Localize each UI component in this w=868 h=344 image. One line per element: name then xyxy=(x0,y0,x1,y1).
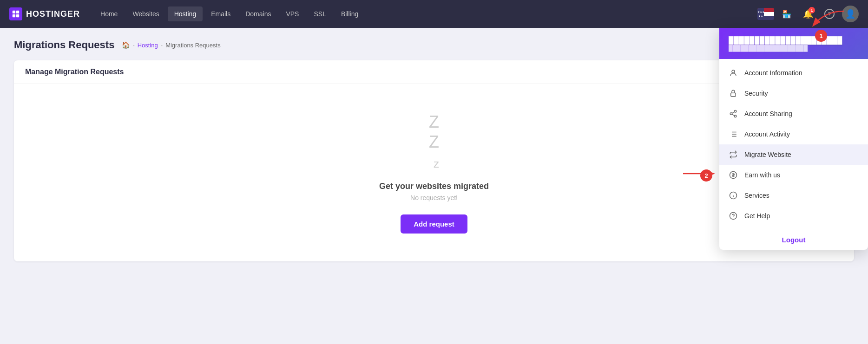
dollar-icon xyxy=(729,170,738,180)
help-icon: ? xyxy=(824,9,835,19)
help-btn[interactable]: ? xyxy=(821,5,838,23)
menu-item-services[interactable]: Services xyxy=(719,185,868,206)
language-selector[interactable]: ★★★ ★★ xyxy=(757,8,774,20)
svg-rect-3 xyxy=(16,14,19,17)
notification-count: 1 xyxy=(809,7,815,13)
menu-label-account-activity: Account Activity xyxy=(744,130,790,138)
menu-label-account-sharing: Account Sharing xyxy=(744,110,792,117)
menu-item-account-sharing[interactable]: Account Sharing xyxy=(719,104,868,124)
annotation-badge-2: 2 xyxy=(700,169,712,182)
dropdown-menu: Account Information Security Account Sha… xyxy=(719,59,868,230)
add-request-button[interactable]: Add request xyxy=(401,214,467,234)
user-icon: 👤 xyxy=(845,9,855,19)
page-title: Migrations Requests xyxy=(14,39,114,51)
nav-link-emails[interactable]: Emails xyxy=(204,6,237,21)
breadcrumb-home-icon[interactable]: 🏠 xyxy=(122,41,130,49)
menu-label-account-information: Account Information xyxy=(744,69,802,77)
svg-point-6 xyxy=(734,110,736,113)
svg-point-8 xyxy=(734,115,736,117)
logo-box xyxy=(9,7,22,20)
user-avatar-btn[interactable]: 👤 xyxy=(842,6,859,22)
svg-point-7 xyxy=(730,113,732,115)
dropdown-header: ██████████████████████ █████████████████… xyxy=(719,28,868,59)
menu-label-services: Services xyxy=(744,192,769,199)
nav-link-vps[interactable]: VPS xyxy=(279,6,305,21)
store-icon: 🏪 xyxy=(782,10,791,19)
user-dropdown-panel: ██████████████████████ █████████████████… xyxy=(719,28,868,250)
nav-link-hosting[interactable]: Hosting xyxy=(168,6,203,21)
svg-rect-1 xyxy=(16,11,19,13)
store-icon-btn[interactable]: 🏪 xyxy=(778,5,796,23)
navbar: HOSTINGER HomeWebsitesHostingEmailsDomai… xyxy=(0,0,868,28)
breadcrumb-sep-2: - xyxy=(161,42,163,49)
menu-label-migrate-website: Migrate Website xyxy=(744,151,791,158)
person-icon xyxy=(729,68,738,78)
menu-label-earn-with-us: Earn with us xyxy=(744,171,780,179)
breadcrumb: 🏠 - Hosting - Migrations Requests xyxy=(122,41,220,49)
nav-links: HomeWebsitesHostingEmailsDomainsVPSSSLBi… xyxy=(94,6,757,21)
menu-item-get-help[interactable]: Get Help xyxy=(719,206,868,226)
logout-button[interactable]: Logout xyxy=(729,236,859,244)
nav-link-websites[interactable]: Websites xyxy=(126,6,165,21)
svg-line-10 xyxy=(732,112,734,113)
lock-icon xyxy=(729,89,738,98)
menu-item-account-information[interactable]: Account Information xyxy=(719,63,868,83)
breadcrumb-sep-1: - xyxy=(132,42,134,49)
dropdown-email: ████████████████████ xyxy=(729,45,859,52)
menu-item-security[interactable]: Security xyxy=(719,83,868,104)
notification-btn[interactable]: 🔔 1 xyxy=(799,5,817,23)
svg-rect-5 xyxy=(731,93,736,97)
nav-link-billing[interactable]: Billing xyxy=(335,6,365,21)
svg-point-4 xyxy=(732,70,735,73)
menu-item-account-activity[interactable]: Account Activity xyxy=(719,124,868,144)
menu-label-security: Security xyxy=(744,90,768,97)
svg-rect-2 xyxy=(13,14,15,17)
menu-item-migrate-website[interactable]: Migrate Website xyxy=(719,144,868,165)
svg-line-9 xyxy=(732,114,734,116)
menu-label-get-help: Get Help xyxy=(744,212,770,220)
nav-link-ssl[interactable]: SSL xyxy=(307,6,332,21)
empty-state-title: Get your websites migrated xyxy=(379,182,489,191)
breadcrumb-hosting[interactable]: Hosting xyxy=(138,42,158,49)
brand-name: HOSTINGER xyxy=(26,9,80,19)
list-icon xyxy=(729,130,738,139)
help-circle-icon xyxy=(729,211,738,221)
menu-item-earn-with-us[interactable]: Earn with us xyxy=(719,165,868,185)
dropdown-footer: Logout xyxy=(719,230,868,250)
share-icon xyxy=(729,109,738,118)
nav-link-domains[interactable]: Domains xyxy=(239,6,277,21)
brand-logo[interactable]: HOSTINGER xyxy=(9,7,80,20)
nav-link-home[interactable]: Home xyxy=(94,6,124,21)
migrate-icon xyxy=(729,150,738,159)
svg-rect-0 xyxy=(13,11,15,13)
card-title: Manage Migration Requests xyxy=(25,68,124,76)
breadcrumb-current: Migrations Requests xyxy=(165,42,221,49)
empty-state-subtitle: No requests yet! xyxy=(410,194,458,201)
navbar-right: ★★★ ★★ 🏪 🔔 1 ? 👤 xyxy=(757,5,859,23)
info-icon xyxy=(729,191,738,200)
dropdown-username: ██████████████████████ xyxy=(729,36,859,44)
sleep-illustration: ZZz xyxy=(429,112,439,172)
annotation-badge-1: 1 xyxy=(815,30,827,42)
